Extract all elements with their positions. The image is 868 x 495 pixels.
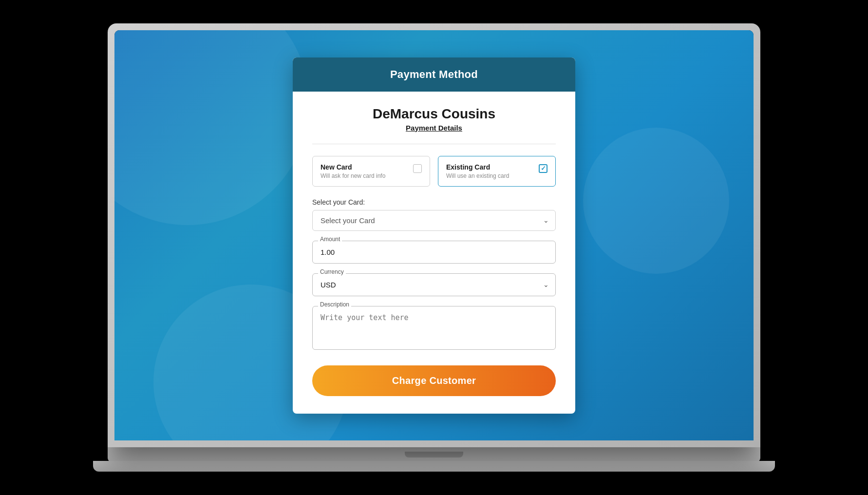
modal-title: Payment Method	[307, 68, 561, 81]
new-card-title: New Card	[321, 163, 385, 171]
customer-name: DeMarcus Cousins	[312, 106, 556, 122]
charge-customer-button[interactable]: Charge Customer	[312, 365, 556, 396]
amount-field: Amount	[312, 241, 556, 264]
card-options: New Card Will ask for new card info Exis…	[312, 156, 556, 187]
description-field: Description	[312, 306, 556, 352]
existing-card-title: Existing Card	[446, 163, 509, 171]
screen-bezel: Payment Method DeMarcus Cousins Payment …	[114, 30, 754, 440]
amount-label: Amount	[318, 236, 342, 243]
divider	[312, 144, 556, 144]
new-card-subtitle: Will ask for new card info	[321, 172, 385, 179]
laptop-wrapper: Payment Method DeMarcus Cousins Payment …	[88, 16, 780, 479]
laptop-bottom	[108, 447, 760, 462]
existing-card-checkbox[interactable]	[539, 164, 547, 173]
new-card-checkbox[interactable]	[413, 164, 422, 173]
select-card-label: Select your Card:	[312, 198, 556, 206]
currency-label: Currency	[318, 268, 346, 275]
bg-decoration-1	[114, 30, 309, 225]
modal-body: DeMarcus Cousins Payment Details New Car…	[293, 92, 575, 414]
laptop-base	[93, 461, 775, 472]
select-card-label-wrapper: Select your Card: Select your Card ⌄	[312, 198, 556, 231]
new-card-text: New Card Will ask for new card info	[321, 163, 385, 179]
laptop-screen: Payment Method DeMarcus Cousins Payment …	[114, 30, 754, 440]
currency-select[interactable]: USD EUR GBP	[312, 273, 556, 296]
laptop-notch	[405, 452, 463, 457]
new-card-option[interactable]: New Card Will ask for new card info	[312, 156, 430, 187]
amount-input[interactable]	[312, 241, 556, 264]
payment-modal: Payment Method DeMarcus Cousins Payment …	[293, 57, 575, 414]
modal-header: Payment Method	[293, 57, 575, 92]
description-label: Description	[318, 301, 351, 308]
existing-card-subtitle: Will use an existing card	[446, 172, 509, 179]
existing-card-text: Existing Card Will use an existing card	[446, 163, 509, 179]
payment-details-label: Payment Details	[312, 124, 556, 132]
description-textarea[interactable]	[312, 306, 556, 350]
existing-card-option[interactable]: Existing Card Will use an existing card	[438, 156, 556, 187]
bg-decoration-3	[583, 128, 729, 274]
select-card-wrapper: Select your Card ⌄	[312, 210, 556, 231]
laptop-outer: Payment Method DeMarcus Cousins Payment …	[108, 23, 760, 447]
select-card-dropdown[interactable]: Select your Card	[312, 210, 556, 231]
currency-field: Currency USD EUR GBP ⌄	[312, 273, 556, 296]
